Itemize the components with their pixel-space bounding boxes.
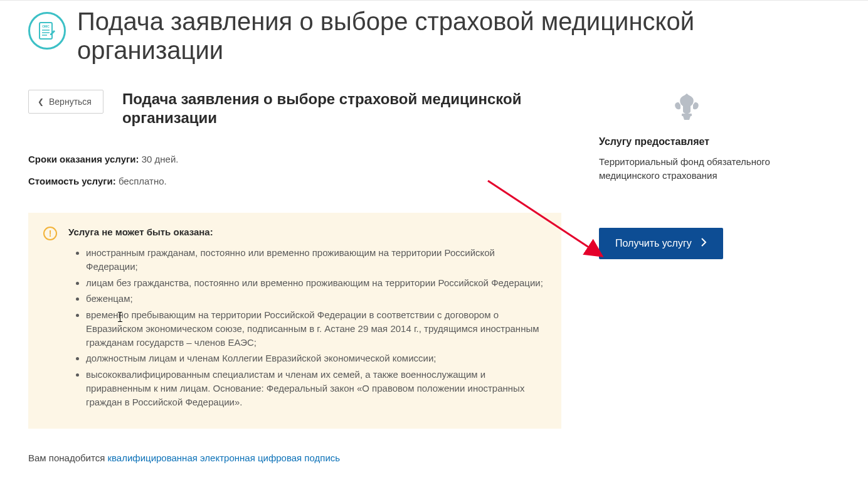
meta-duration: Сроки оказания услуги: 30 дней.: [28, 154, 561, 164]
list-item: иностранным гражданам, постоянно или вре…: [86, 246, 546, 274]
warning-title: Услуга не может быть оказана:: [68, 227, 546, 237]
signature-note: Вам понадобится квалифицированная электр…: [28, 453, 561, 463]
provider-name: Территориальный фонд обязательного медиц…: [599, 155, 775, 183]
back-button[interactable]: ❮ Вернуться: [28, 90, 103, 114]
chevron-right-icon: [701, 238, 707, 249]
oms-document-icon: ОМС: [28, 12, 66, 50]
page-title: Подача заявления о выборе страховой меди…: [77, 7, 704, 65]
meta-cost-value: бесплатно.: [119, 176, 167, 186]
warning-list: иностранным гражданам, постоянно или вре…: [68, 246, 546, 409]
back-button-label: Вернуться: [49, 97, 92, 107]
provider-heading: Услугу предоставляет: [599, 136, 775, 147]
chevron-left-icon: ❮: [38, 97, 44, 106]
list-item: беженцам;: [86, 292, 546, 306]
meta-duration-label: Сроки оказания услуги:: [28, 154, 139, 164]
list-item: высококвалифицированным специалистам и ч…: [86, 368, 546, 409]
get-service-label: Получить услугу: [615, 238, 692, 249]
text-caret-cursor: [120, 312, 120, 322]
meta-cost-label: Стоимость услуги:: [28, 176, 116, 186]
signature-note-prefix: Вам понадобится: [28, 453, 107, 463]
warning-icon: !: [43, 227, 57, 240]
qualified-signature-link[interactable]: квалифицированная электронная цифровая п…: [107, 453, 340, 463]
gov-emblem-icon: [599, 90, 775, 125]
svg-rect-5: [682, 114, 692, 116]
list-item: должностным лицам и членам Коллегии Евра…: [86, 351, 546, 365]
page-header: ОМС Подача заявления о выборе страховой …: [28, 7, 840, 90]
section-subtitle: Подача заявления о выборе страховой меди…: [122, 90, 524, 127]
meta-cost: Стоимость услуги: бесплатно.: [28, 176, 561, 186]
svg-text:ОМС: ОМС: [42, 24, 50, 28]
list-item: временно пребывающим на территории Росси…: [86, 308, 546, 349]
warning-block: ! Услуга не может быть оказана: иностран…: [28, 213, 561, 429]
meta-duration-value: 30 дней.: [142, 154, 179, 164]
get-service-button[interactable]: Получить услугу: [599, 228, 723, 259]
list-item: лицам без гражданства, постоянно или вре…: [86, 276, 546, 290]
